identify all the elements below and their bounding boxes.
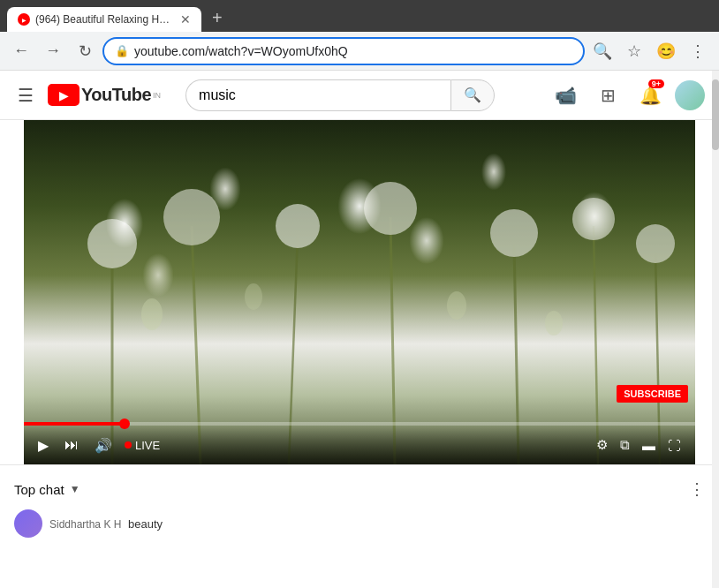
nav-bar: ← → ↻ 🔒 youtube.com/watch?v=WOyomUfx0hQ …	[0, 32, 719, 71]
svg-point-9	[276, 204, 320, 248]
notification-badge: 9+	[648, 79, 664, 88]
youtube-header: ☰ YouTubeIN 🔍 📹 ⊞ 🔔 9+	[0, 71, 719, 120]
yt-logo-icon	[48, 84, 79, 106]
miniplayer-button[interactable]: ⧉	[617, 433, 633, 456]
svg-point-7	[87, 219, 137, 268]
hamburger-menu[interactable]: ☰	[14, 81, 37, 109]
chat-section: Top chat ▼ ⋮ Siddhartha K H beauty	[0, 464, 719, 555]
live-label: LIVE	[135, 439, 160, 452]
scrollbar-thumb[interactable]	[712, 79, 719, 150]
video-section: SUBSCRIBE ▶ ⏭ 🔊 LIVE ⚙	[0, 120, 719, 464]
tab-title: (964) Beautiful Relaxing Hymns...	[35, 13, 175, 26]
yt-country-badge: IN	[153, 91, 161, 100]
yt-logo-text: YouTube	[81, 85, 151, 105]
chat-dropdown-icon: ▼	[70, 483, 80, 495]
search-bar: 🔍	[185, 79, 495, 111]
message-author: Siddhartha K H	[49, 518, 121, 531]
search-input[interactable]	[185, 79, 450, 111]
message-text: beauty	[128, 517, 163, 531]
youtube-logo[interactable]: YouTubeIN	[48, 84, 161, 106]
reload-button[interactable]: ↻	[71, 37, 99, 65]
svg-point-13	[636, 224, 675, 263]
address-bar[interactable]: 🔒 youtube.com/watch?v=WOyomUfx0hQ	[102, 37, 585, 65]
browser-search-icon[interactable]: 🔍	[588, 37, 617, 65]
settings-button[interactable]: ⚙	[593, 433, 611, 456]
chat-more-button[interactable]: ⋮	[689, 479, 705, 499]
user-avatar[interactable]	[675, 80, 705, 110]
commenter-avatar	[14, 509, 42, 538]
svg-point-17	[545, 311, 563, 335]
browser-window: (964) Beautiful Relaxing Hymns... ✕ + ← …	[0, 0, 719, 588]
play-button[interactable]: ▶	[34, 433, 52, 457]
subscribe-button[interactable]: SUBSCRIBE	[617, 385, 688, 403]
message-content: Siddhartha K H beauty	[49, 517, 163, 531]
skip-button[interactable]: ⏭	[61, 433, 82, 456]
video-controls: ▶ ⏭ 🔊 LIVE ⚙ ⧉ ▬ ⛶	[24, 426, 695, 464]
back-button[interactable]: ←	[7, 37, 35, 65]
svg-point-16	[447, 291, 466, 320]
tab-close-icon[interactable]: ✕	[180, 12, 191, 26]
forward-button[interactable]: →	[39, 37, 67, 65]
new-tab-button[interactable]: +	[205, 4, 230, 32]
address-text: youtube.com/watch?v=WOyomUfx0hQ	[134, 44, 572, 58]
chat-title-area[interactable]: Top chat ▼	[14, 482, 80, 497]
svg-point-14	[141, 298, 163, 330]
browser-menu-icon[interactable]: ⋮	[684, 37, 712, 65]
chat-message: Siddhartha K H beauty	[14, 506, 705, 541]
youtube-page: ☰ YouTubeIN 🔍 📹 ⊞ 🔔 9+	[0, 71, 719, 588]
notifications-button[interactable]: 🔔 9+	[632, 78, 668, 113]
theatre-button[interactable]: ▬	[639, 434, 659, 456]
browser-avatar[interactable]: 😊	[652, 37, 680, 65]
scrollbar[interactable]	[712, 71, 719, 588]
tab-bar: (964) Beautiful Relaxing Hymns... ✕ +	[0, 0, 719, 32]
live-badge: LIVE	[125, 439, 160, 452]
svg-point-15	[245, 283, 262, 310]
active-tab[interactable]: (964) Beautiful Relaxing Hymns... ✕	[7, 7, 201, 32]
bookmark-icon[interactable]: ☆	[620, 37, 648, 65]
search-button[interactable]: 🔍	[450, 79, 495, 111]
video-player[interactable]: SUBSCRIBE ▶ ⏭ 🔊 LIVE ⚙	[24, 120, 695, 464]
svg-point-12	[572, 198, 615, 240]
video-thumbnail	[24, 120, 695, 464]
video-create-button[interactable]: 📹	[548, 78, 583, 113]
svg-point-8	[163, 189, 220, 245]
svg-point-11	[490, 209, 538, 257]
apps-button[interactable]: ⊞	[590, 78, 625, 113]
chat-title-text: Top chat	[14, 482, 64, 497]
tab-favicon	[18, 13, 30, 26]
volume-button[interactable]: 🔊	[91, 433, 116, 457]
fullscreen-button[interactable]: ⛶	[664, 434, 685, 456]
svg-point-10	[364, 182, 417, 235]
chat-header: Top chat ▼ ⋮	[14, 479, 705, 499]
live-dot	[125, 441, 132, 449]
lock-icon: 🔒	[115, 44, 129, 57]
